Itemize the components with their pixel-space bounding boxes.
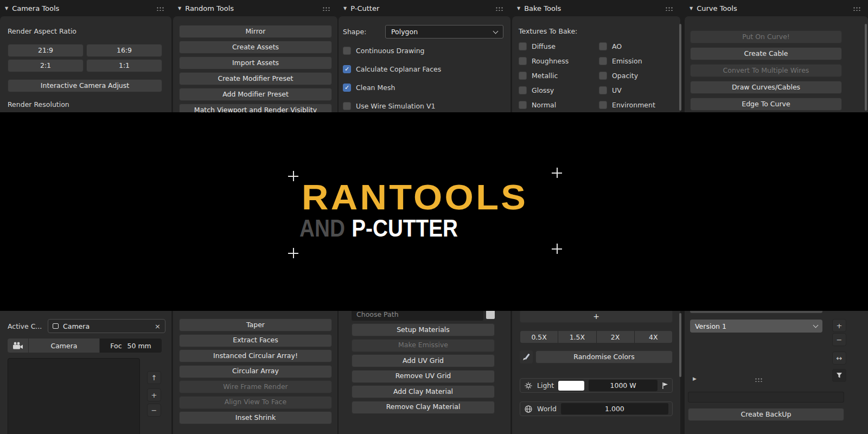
clean-mesh-checkbox-row[interactable]: ✓ Clean Mesh (343, 84, 510, 92)
convert-to-multiple-wires-button[interactable]: Convert To Multiple Wires (690, 64, 842, 77)
bake-tools-header[interactable]: ▼ Bake Tools (512, 0, 680, 16)
circular-array-button[interactable]: Circular Array (179, 365, 332, 378)
remove-clay-material-button[interactable]: Remove Clay Material (352, 401, 495, 414)
scrollbar[interactable] (679, 24, 681, 111)
checkbox[interactable]: ✓ (519, 86, 527, 94)
ratio-21-9-button[interactable]: 21:9 (8, 44, 84, 57)
world-strength-field[interactable]: 1.000 (561, 403, 668, 414)
scale-15x-button[interactable]: 1.5X (558, 331, 596, 343)
checkbox[interactable]: ✓ (519, 101, 527, 109)
checkbox[interactable]: ✓ (599, 57, 607, 65)
environment-checkbox-row[interactable]: ✓Environment (599, 101, 655, 109)
p-cutter-header[interactable]: ▼ P-Cutter (339, 0, 510, 16)
checkbox[interactable]: ✓ (343, 65, 351, 73)
active-camera-field[interactable]: Camera × (48, 319, 165, 333)
checkbox[interactable]: ✓ (599, 86, 607, 94)
ratio-2-1-button[interactable]: 2:1 (8, 59, 84, 72)
camera-list-box[interactable] (8, 358, 140, 434)
remove-uv-grid-button[interactable]: Remove UV Grid (352, 370, 495, 383)
normal-checkbox-row[interactable]: ✓Normal (519, 101, 599, 109)
edge-to-curve-button[interactable]: Edge To Curve (690, 98, 842, 111)
world-row[interactable]: World 1.000 (520, 401, 673, 416)
shape-select[interactable]: Polygon (385, 25, 503, 39)
checkbox[interactable]: ✓ (343, 102, 351, 110)
checkbox[interactable]: ✓ (343, 84, 351, 92)
checkbox[interactable]: ✓ (599, 72, 607, 80)
file-browse-button[interactable] (486, 311, 495, 319)
uv-checkbox-row[interactable]: ✓UV (599, 86, 655, 94)
scrollbar[interactable] (865, 24, 867, 111)
mirror-button[interactable]: Mirror (179, 25, 332, 38)
camera-data-name-field[interactable]: Camera (29, 339, 99, 353)
put-on-curve-button[interactable]: Put On Curve! (690, 30, 842, 43)
add-uv-grid-button[interactable]: Add UV Grid (352, 354, 495, 367)
interactive-camera-adjust-button[interactable]: Interactive Camera Adjust (8, 79, 162, 92)
scrollbar[interactable] (679, 313, 681, 377)
instanced-circular-array-button[interactable]: Instanced Circular Array! (179, 349, 332, 362)
add-texture-button[interactable]: + (520, 311, 673, 323)
match-viewport-render-visibility-button[interactable]: Match Viewport and Render Visiblity (179, 104, 332, 112)
light-color-swatch[interactable] (558, 381, 584, 391)
ratio-1-1-button[interactable]: 1:1 (86, 59, 162, 72)
light-power-field[interactable]: 1000 W (589, 380, 658, 391)
extract-faces-button[interactable]: Extract Faces (179, 334, 332, 347)
add-clay-material-button[interactable]: Add Clay Material (352, 385, 495, 398)
scale-05x-button[interactable]: 0.5X (520, 331, 558, 343)
diffuse-checkbox-row[interactable]: ✓Diffuse (519, 42, 599, 50)
remove-item-button[interactable]: − (147, 404, 161, 417)
glossy-checkbox-row[interactable]: ✓Glossy (519, 86, 599, 94)
add-item-button[interactable]: + (147, 388, 161, 401)
version-select[interactable]: Version 1 (690, 320, 822, 333)
ao-checkbox-row[interactable]: ✓AO (599, 42, 655, 50)
checkbox[interactable]: ✓ (519, 72, 527, 80)
clear-icon[interactable]: × (155, 323, 161, 330)
move-horizontal-button[interactable]: ↔ (832, 352, 846, 365)
align-view-to-face-button[interactable]: Align View To Face (179, 396, 332, 409)
draw-curves-cables-button[interactable]: Draw Curves/Cables (690, 81, 842, 94)
calculate-coplanar-faces-checkbox-row[interactable]: ✓ Calculate Coplanar Faces (343, 65, 510, 73)
empty-field[interactable] (688, 392, 844, 403)
drag-grip-icon[interactable] (852, 6, 861, 11)
import-assets-button[interactable]: Import Assets (179, 56, 332, 69)
inset-shrink-button[interactable]: Inset Shrink (179, 411, 332, 424)
expand-triangle-icon[interactable]: ▶ (693, 376, 697, 381)
checkbox[interactable]: ✓ (599, 101, 607, 109)
drag-grip-icon[interactable] (322, 6, 331, 11)
drag-grip-icon[interactable] (156, 6, 165, 11)
create-assets-button[interactable]: Create Assets (179, 41, 332, 54)
roughness-checkbox-row[interactable]: ✓Roughness (519, 57, 599, 65)
focal-length-field[interactable]: Foc 50 mm (100, 339, 162, 353)
continuous-drawing-checkbox-row[interactable]: ✓ Continuous Drawing (343, 47, 510, 55)
ratio-16-9-button[interactable]: 16:9 (86, 44, 162, 57)
drag-grip-icon[interactable] (495, 6, 504, 11)
move-up-button[interactable]: ↑ (147, 371, 161, 384)
setup-materials-button[interactable]: Setup Materials (352, 323, 495, 336)
opacity-checkbox-row[interactable]: ✓Opacity (599, 72, 655, 80)
light-row[interactable]: Light 1000 W (520, 378, 673, 393)
randomise-colors-button[interactable]: Randomise Colors (535, 350, 673, 363)
checkbox[interactable]: ✓ (599, 42, 607, 50)
choose-path-field[interactable]: Choose Path (352, 311, 483, 321)
curve-tools-header[interactable]: ▼ Curve Tools (685, 0, 868, 16)
taper-button[interactable]: Taper (179, 318, 332, 331)
create-backup-button[interactable]: Create BackUp (688, 408, 844, 421)
wire-frame-render-button[interactable]: Wire Frame Render (179, 380, 332, 393)
make-emissive-button[interactable]: Make Emissive (352, 339, 495, 352)
add-version-button[interactable]: + (832, 319, 846, 332)
add-modifier-preset-button[interactable]: Add Modifier Preset (179, 88, 332, 101)
create-cable-button[interactable]: Create Cable (690, 47, 842, 60)
scale-2x-button[interactable]: 2X (597, 331, 634, 343)
remove-version-button[interactable]: − (832, 333, 846, 346)
create-modifier-preset-button[interactable]: Create Modifier Preset (179, 72, 332, 85)
list-grip-icon[interactable] (754, 377, 763, 382)
emission-checkbox-row[interactable]: ✓Emission (599, 57, 655, 65)
flag-icon[interactable] (662, 382, 668, 390)
drag-grip-icon[interactable] (665, 6, 674, 11)
random-tools-header[interactable]: ▼ Random Tools (173, 0, 337, 16)
camera-tools-header[interactable]: ▼ Camera Tools (0, 0, 171, 16)
filter-button[interactable] (832, 369, 846, 382)
scale-4x-button[interactable]: 4X (635, 331, 672, 343)
use-wire-simulation-checkbox-row[interactable]: ✓ Use Wire Simulation V1 (343, 102, 510, 110)
checkbox[interactable]: ✓ (519, 42, 527, 50)
checkbox[interactable]: ✓ (519, 57, 527, 65)
